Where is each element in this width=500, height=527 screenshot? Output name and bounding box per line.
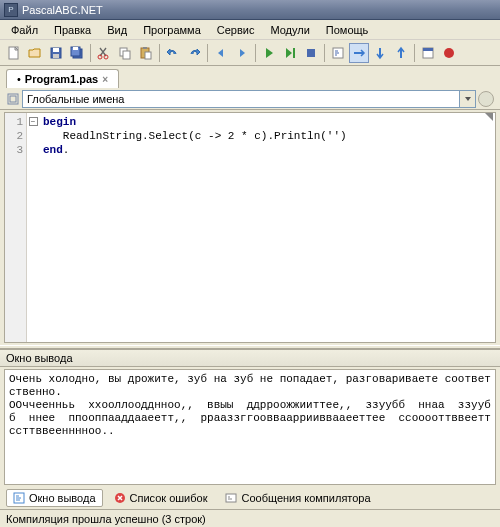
run-no-debug-icon[interactable] xyxy=(280,43,300,63)
svg-rect-10 xyxy=(123,51,130,59)
close-tab-icon[interactable]: × xyxy=(102,74,108,85)
code-keyword: end xyxy=(43,144,63,156)
tab-label: Program1.pas xyxy=(25,73,98,85)
code-text: . xyxy=(63,144,70,156)
menu-service[interactable]: Сервис xyxy=(210,22,262,38)
undo-icon[interactable] xyxy=(163,43,183,63)
scope-combo-value: Глобальные имена xyxy=(27,93,125,105)
svg-rect-19 xyxy=(400,49,402,58)
breakpoint-icon[interactable] xyxy=(439,43,459,63)
redo-icon[interactable] xyxy=(184,43,204,63)
toolbar-separator xyxy=(90,44,91,62)
fold-strip: − xyxy=(27,113,39,342)
output-tab-compiler[interactable]: Сообщения компилятора xyxy=(218,489,377,507)
line-number: 3 xyxy=(5,143,26,157)
editor-corner-icon xyxy=(485,113,493,121)
toolbar xyxy=(0,40,500,66)
stop-icon[interactable] xyxy=(301,43,321,63)
cut-icon[interactable] xyxy=(94,43,114,63)
line-gutter: 1 2 3 xyxy=(5,113,27,342)
output-tabs: Окно вывода Список ошибок Сообщения комп… xyxy=(0,487,500,509)
svg-rect-21 xyxy=(423,48,433,51)
output-tab-label: Окно вывода xyxy=(29,492,96,504)
toolbar-separator xyxy=(207,44,208,62)
form-designer-icon[interactable] xyxy=(418,43,438,63)
chevron-down-icon[interactable] xyxy=(459,91,475,107)
output-tab-label: Список ошибок xyxy=(130,492,208,504)
output-text[interactable]: Очень холодно, вы дрожите, зуб на зуб не… xyxy=(4,369,496,485)
svg-rect-12 xyxy=(143,47,147,49)
svg-rect-13 xyxy=(145,52,151,59)
svg-point-22 xyxy=(444,48,454,58)
document-tabs: •Program1.pas × xyxy=(0,66,500,88)
line-number: 2 xyxy=(5,129,26,143)
menu-program[interactable]: Программа xyxy=(136,22,208,38)
app-icon: P xyxy=(4,3,18,17)
output-tab-errors[interactable]: Список ошибок xyxy=(107,489,215,507)
nav-back-icon[interactable] xyxy=(211,43,231,63)
menu-help[interactable]: Помощь xyxy=(319,22,376,38)
menu-modules[interactable]: Модули xyxy=(263,22,316,38)
svg-rect-2 xyxy=(53,48,59,52)
output-panel: Окно вывода Очень холодно, вы дрожите, з… xyxy=(0,349,500,509)
compiler-msg-icon xyxy=(225,492,237,504)
toolbar-separator xyxy=(255,44,256,62)
toolbar-separator xyxy=(414,44,415,62)
step-over-icon[interactable] xyxy=(349,43,369,63)
open-file-icon[interactable] xyxy=(25,43,45,63)
tab-program1[interactable]: •Program1.pas × xyxy=(6,69,119,88)
menu-file[interactable]: Файл xyxy=(4,22,45,38)
save-all-icon[interactable] xyxy=(67,43,87,63)
toolbar-separator xyxy=(324,44,325,62)
svg-rect-6 xyxy=(73,47,78,50)
scope-bar: Глобальные имена xyxy=(0,88,500,110)
new-file-icon[interactable] xyxy=(4,43,24,63)
toolbar-separator xyxy=(159,44,160,62)
scope-refresh-button[interactable] xyxy=(478,91,494,107)
svg-rect-18 xyxy=(379,48,381,57)
menu-edit[interactable]: Правка xyxy=(47,22,98,38)
scope-combo[interactable]: Глобальные имена xyxy=(22,90,476,108)
menu-view[interactable]: Вид xyxy=(100,22,134,38)
fold-toggle-icon[interactable]: − xyxy=(29,117,38,126)
svg-rect-24 xyxy=(10,96,16,102)
tab-modified-dot: • xyxy=(17,73,21,85)
code-line: ReadlnString.Select(c -> 2 * c).Println(… xyxy=(43,130,347,142)
menubar: Файл Правка Вид Программа Сервис Модули … xyxy=(0,20,500,40)
save-icon[interactable] xyxy=(46,43,66,63)
compile-icon[interactable] xyxy=(328,43,348,63)
code-keyword: begin xyxy=(43,116,76,128)
copy-icon[interactable] xyxy=(115,43,135,63)
window-title: PascalABC.NET xyxy=(22,4,103,16)
scope-icon xyxy=(6,92,20,106)
code-editor[interactable]: 1 2 3 − begin ReadlnString.Select(c -> 2… xyxy=(4,112,496,343)
step-out-icon[interactable] xyxy=(391,43,411,63)
output-title: Окно вывода xyxy=(0,349,500,367)
output-icon xyxy=(13,492,25,504)
line-number: 1 xyxy=(5,115,26,129)
step-into-icon[interactable] xyxy=(370,43,390,63)
code-content[interactable]: begin ReadlnString.Select(c -> 2 * c).Pr… xyxy=(39,113,495,342)
svg-rect-14 xyxy=(293,48,295,58)
statusbar: Компиляция прошла успешно (3 строк) xyxy=(0,509,500,527)
output-tab-label: Сообщения компилятора xyxy=(241,492,370,504)
output-tab-out[interactable]: Окно вывода xyxy=(6,489,103,507)
titlebar: P PascalABC.NET xyxy=(0,0,500,20)
svg-rect-15 xyxy=(307,49,315,57)
status-text: Компиляция прошла успешно (3 строк) xyxy=(6,513,206,525)
nav-forward-icon[interactable] xyxy=(232,43,252,63)
run-icon[interactable] xyxy=(259,43,279,63)
paste-icon[interactable] xyxy=(136,43,156,63)
svg-rect-27 xyxy=(226,494,236,502)
error-list-icon xyxy=(114,492,126,504)
svg-rect-3 xyxy=(53,54,59,58)
